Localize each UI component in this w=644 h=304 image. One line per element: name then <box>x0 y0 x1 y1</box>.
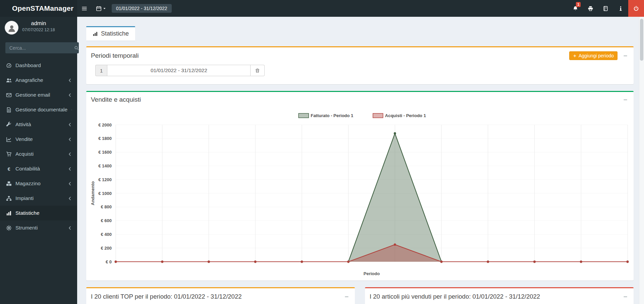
hamburger-icon <box>82 6 87 11</box>
sidebar-menu: DashboardAnagraficheGestione emailGestio… <box>0 58 77 235</box>
wrench-icon <box>6 122 12 128</box>
avatar <box>5 21 18 35</box>
chevron-left-icon <box>67 225 72 231</box>
sidebar-item-vendite[interactable]: Vendite <box>0 132 77 147</box>
search-icon <box>74 46 79 50</box>
search-input[interactable] <box>5 42 74 53</box>
top-clients-collapse-button[interactable] <box>343 293 350 300</box>
envelope-icon <box>6 92 12 98</box>
svg-text:€ 1600: € 1600 <box>98 150 112 155</box>
svg-text:€: € <box>8 166 10 171</box>
hamburger-button[interactable] <box>77 0 92 17</box>
chart-collapse-button[interactable] <box>622 96 629 103</box>
sidebar-item-strumenti[interactable]: Strumenti <box>0 220 77 235</box>
sidebar: admin 07/07/2022 12:18 DashboardAnagrafi… <box>0 17 77 304</box>
svg-text:€ 600: € 600 <box>101 218 112 223</box>
app-logo[interactable]: OpenSTAManager <box>0 0 77 17</box>
sidebar-item-label: Statistiche <box>15 210 72 216</box>
svg-text:€ 1400: € 1400 <box>98 163 112 168</box>
print-icon <box>588 6 593 11</box>
info-button[interactable] <box>613 0 628 17</box>
print-button[interactable] <box>583 0 598 17</box>
sidebar-item-magazzino[interactable]: Magazzino <box>0 176 77 191</box>
sidebar-item-label: Acquisti <box>15 151 64 157</box>
search-form <box>5 42 72 53</box>
logout-button[interactable] <box>628 0 644 17</box>
manual-button[interactable] <box>598 0 613 17</box>
periods-card-body: 1 <box>86 64 634 84</box>
power-icon <box>633 6 639 11</box>
chevron-left-icon <box>67 196 72 201</box>
book-icon <box>603 6 608 11</box>
svg-text:Andamento: Andamento <box>90 181 95 205</box>
period-daterange-input[interactable] <box>107 65 251 76</box>
sidebar-item-contabilit-[interactable]: €Contabilità <box>0 161 77 176</box>
chevron-left-icon <box>67 93 72 98</box>
svg-text:€ 1200: € 1200 <box>98 177 112 182</box>
period-row: 1 <box>95 65 265 76</box>
sidebar-item-dashboard[interactable]: Dashboard <box>0 58 77 73</box>
minus-icon <box>623 53 628 58</box>
chevron-left-icon <box>67 166 72 171</box>
sales-chart-card: Vendite e acquisti € 0€ 200€ 400€ 600€ 8… <box>86 91 634 281</box>
search-button[interactable] <box>74 42 79 53</box>
minus-icon <box>623 97 628 102</box>
caret-down-icon <box>103 7 106 10</box>
sidebar-item-label: Strumenti <box>15 225 64 231</box>
delete-period-button[interactable] <box>251 65 265 76</box>
sidebar-item-acquisti[interactable]: Acquisti <box>0 147 77 161</box>
chart-line-icon <box>6 137 12 142</box>
chevron-left-icon <box>67 78 72 83</box>
chart-card-title: Vendite e acquisti <box>91 96 141 103</box>
top-clients-card: I 20 clienti TOP per il periodo: 01/01/2… <box>86 287 355 304</box>
sidebar-item-attivit-[interactable]: Attività <box>0 117 77 132</box>
calendar-dropdown-button[interactable] <box>92 0 110 17</box>
minus-icon <box>623 294 628 299</box>
sidebar-item-label: Impianti <box>15 195 64 201</box>
sidebar-item-gestione-documentale[interactable]: Gestione documentale <box>0 102 77 117</box>
svg-text:Fatturato - Periodo 1: Fatturato - Periodo 1 <box>311 113 353 118</box>
daterange-display[interactable]: 01/01/2022 - 31/12/2022 <box>112 4 172 13</box>
content-area: Statistiche Periodi temporali Aggiungi p… <box>77 17 644 304</box>
tab-label: Statistiche <box>101 30 129 37</box>
top-navbar: 01/01/2022 - 31/12/2022 1 <box>77 0 644 17</box>
dashboard-icon <box>6 63 12 68</box>
notification-badge: 1 <box>576 2 581 7</box>
top-articles-card: I 20 articoli più venduti per il periodo… <box>365 287 634 304</box>
file-icon <box>6 107 12 113</box>
sales-purchases-chart: € 0€ 200€ 400€ 600€ 800€ 1000€ 1200€ 140… <box>90 110 630 278</box>
notifications-button[interactable]: 1 <box>568 0 583 17</box>
gear-icon <box>6 225 12 231</box>
scrollbar-thumb[interactable] <box>640 19 643 61</box>
svg-text:€ 200: € 200 <box>101 246 112 251</box>
scrollbar-track[interactable] <box>639 17 644 304</box>
svg-text:Periodo: Periodo <box>364 271 380 276</box>
chart-card-header: Vendite e acquisti <box>86 92 634 107</box>
tab-statistiche[interactable]: Statistiche <box>86 26 135 41</box>
app-header: OpenSTAManager 01/01/2022 - 31/12/2022 1 <box>0 0 644 17</box>
top-articles-collapse-button[interactable] <box>622 293 629 300</box>
cart-icon <box>6 151 12 157</box>
sidebar-item-impianti[interactable]: Impianti <box>0 191 77 206</box>
svg-text:€ 800: € 800 <box>101 204 112 209</box>
chevron-left-icon <box>71 107 72 112</box>
chevron-left-icon <box>67 152 72 157</box>
add-period-label: Aggiungi periodo <box>579 53 614 58</box>
sidebar-item-anagrafiche[interactable]: Anagrafiche <box>0 73 77 88</box>
sidebar-item-gestione-email[interactable]: Gestione email <box>0 88 77 102</box>
sidebar-item-label: Vendite <box>15 136 64 142</box>
svg-text:€ 1800: € 1800 <box>98 136 112 141</box>
periods-collapse-button[interactable] <box>622 52 629 59</box>
sidebar-item-label: Anagrafiche <box>15 77 64 83</box>
minus-icon <box>344 294 349 299</box>
periods-card-header: Periodi temporali Aggiungi periodo <box>86 47 634 64</box>
calendar-icon <box>96 6 102 11</box>
add-period-button[interactable]: Aggiungi periodo <box>569 51 618 60</box>
user-icon <box>8 24 16 33</box>
user-panel: admin 07/07/2022 12:18 <box>0 17 77 38</box>
periods-card: Periodi temporali Aggiungi periodo 1 <box>86 46 634 84</box>
sidebar-item-statistiche[interactable]: Statistiche <box>0 206 77 220</box>
sidebar-item-label: Gestione email <box>15 92 64 98</box>
svg-text:Acquisti - Periodo 1: Acquisti - Periodo 1 <box>385 113 426 118</box>
users-icon <box>6 78 12 83</box>
